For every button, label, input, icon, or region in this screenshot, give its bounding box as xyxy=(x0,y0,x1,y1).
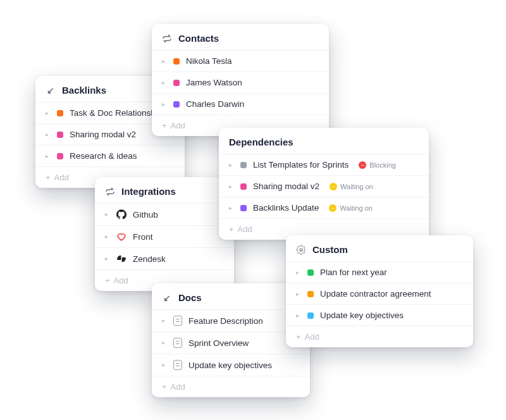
item-label: Zendesk xyxy=(133,254,166,264)
add-button[interactable]: + Add xyxy=(152,376,310,397)
card-title: Custom xyxy=(312,244,348,255)
card-integrations: Integrations ▸Github▸Front▸Zendesk + Add xyxy=(95,177,234,291)
chevron-right-icon: ▸ xyxy=(46,132,51,138)
card-header: Dependencies xyxy=(219,128,429,154)
chevron-right-icon: ▸ xyxy=(296,312,301,319)
status-bullet xyxy=(173,58,180,65)
status-bullet xyxy=(173,80,180,86)
item-label: Sharing modal v2 xyxy=(253,182,319,191)
card-header: Custom xyxy=(286,235,473,261)
card-header: Integrations xyxy=(95,177,234,203)
chevron-right-icon: ▸ xyxy=(162,362,167,368)
zendesk-icon xyxy=(116,254,126,264)
status-bullet xyxy=(57,153,63,159)
status-text: Waiting on xyxy=(340,204,373,212)
chevron-right-icon: ▸ xyxy=(105,211,110,218)
status-bullet xyxy=(57,132,63,138)
card-body: ▸Github▸Front▸Zendesk xyxy=(95,203,234,269)
document-icon xyxy=(173,360,182,370)
status-bullet xyxy=(240,162,247,168)
status-text: Blocking xyxy=(369,161,396,169)
list-item[interactable]: ▸Backlinks Update–Waiting on xyxy=(219,197,429,218)
chevron-right-icon: ▸ xyxy=(46,110,51,116)
front-icon xyxy=(116,232,126,242)
list-item[interactable]: ▸Github xyxy=(95,203,234,225)
chevron-right-icon: ▸ xyxy=(229,162,234,168)
chevron-right-icon: ▸ xyxy=(296,269,301,276)
item-label: Update key objectives xyxy=(188,361,272,370)
status-badge: –Blocking xyxy=(359,161,396,169)
card-body: ▸List Templates for Sprints–Blocking▸Sha… xyxy=(219,154,429,218)
item-label: Charles Darwin xyxy=(186,99,244,109)
chevron-right-icon: ▸ xyxy=(296,291,301,297)
add-button[interactable]: + Add xyxy=(286,326,473,347)
list-item[interactable]: ▸Update contractor agreement xyxy=(286,283,473,304)
list-item[interactable]: ▸Zendesk xyxy=(95,247,234,269)
svg-point-0 xyxy=(300,249,302,251)
status-bullet xyxy=(240,183,247,190)
item-label: Sharing modal v2 xyxy=(70,130,136,139)
status-dot-icon: – xyxy=(329,204,336,212)
gear-icon xyxy=(296,245,306,255)
chevron-right-icon: ▸ xyxy=(105,233,110,240)
card-title: Integrations xyxy=(121,186,176,197)
document-icon xyxy=(173,316,182,326)
chevron-right-icon: ▸ xyxy=(162,318,167,324)
list-item[interactable]: ▸Nikola Tesla xyxy=(152,50,329,71)
card-body: ▸Plan for next year▸Update contractor ag… xyxy=(286,261,473,326)
list-item[interactable]: ▸James Watson xyxy=(152,71,329,93)
list-item[interactable]: ▸Charles Darwin xyxy=(152,93,329,114)
document-icon xyxy=(173,338,182,348)
card-title: Backlinks xyxy=(62,85,106,96)
item-label: Feature Description xyxy=(188,316,263,326)
arrow-in-icon: ↙ xyxy=(162,293,172,303)
list-item[interactable]: ▸Plan for next year xyxy=(286,261,473,283)
chevron-right-icon: ▸ xyxy=(229,183,234,190)
card-title: Docs xyxy=(178,292,202,303)
arrow-in-icon: ↙ xyxy=(46,85,56,96)
list-item[interactable]: ▸Update key objectives xyxy=(152,354,310,376)
github-icon xyxy=(116,209,126,219)
list-item[interactable]: ▸Sharing modal v2–Waiting on xyxy=(219,175,429,197)
card-title: Contacts xyxy=(178,33,219,44)
status-badge: –Waiting on xyxy=(330,183,373,190)
list-item[interactable]: ▸Update key objectives xyxy=(286,304,473,326)
status-bullet xyxy=(307,312,314,319)
status-bullet xyxy=(307,269,314,276)
list-item[interactable]: ▸List Templates for Sprints–Blocking xyxy=(219,154,429,175)
item-label: James Watson xyxy=(186,78,242,87)
item-label: Github xyxy=(133,210,158,219)
card-body: ▸Nikola Tesla▸James Watson▸Charles Darwi… xyxy=(152,50,329,114)
status-text: Waiting on xyxy=(340,183,373,190)
item-label: Update key objectives xyxy=(320,311,404,320)
item-label: Backlinks Update xyxy=(253,203,319,213)
item-label: List Templates for Sprints xyxy=(253,160,349,170)
card-custom: Custom ▸Plan for next year▸Update contra… xyxy=(286,235,473,347)
status-bullet xyxy=(307,291,314,297)
list-item[interactable]: ▸Front xyxy=(95,225,234,247)
status-badge: –Waiting on xyxy=(329,204,373,212)
item-label: Nikola Tesla xyxy=(186,56,232,66)
item-label: Plan for next year xyxy=(320,268,387,277)
item-label: Research & ideas xyxy=(70,151,137,161)
chevron-right-icon: ▸ xyxy=(162,340,167,346)
status-bullet xyxy=(240,205,247,211)
card-header: Contacts xyxy=(152,24,329,50)
chevron-right-icon: ▸ xyxy=(162,80,167,86)
status-bullet xyxy=(173,101,180,108)
chevron-right-icon: ▸ xyxy=(162,58,167,65)
status-bullet xyxy=(57,110,63,116)
status-dot-icon: – xyxy=(359,161,366,169)
status-dot-icon: – xyxy=(330,183,337,190)
chevron-right-icon: ▸ xyxy=(229,205,234,211)
card-dependencies: Dependencies ▸List Templates for Sprints… xyxy=(219,128,429,240)
item-label: Front xyxy=(133,232,153,242)
sync-icon xyxy=(105,187,115,197)
chevron-right-icon: ▸ xyxy=(162,101,167,108)
chevron-right-icon: ▸ xyxy=(46,153,51,159)
list-item[interactable]: ▸Research & ideas xyxy=(35,145,185,166)
card-contacts: Contacts ▸Nikola Tesla▸James Watson▸Char… xyxy=(152,24,329,136)
sync-icon xyxy=(162,34,172,44)
item-label: Sprint Overview xyxy=(188,338,249,348)
card-title: Dependencies xyxy=(229,137,293,147)
